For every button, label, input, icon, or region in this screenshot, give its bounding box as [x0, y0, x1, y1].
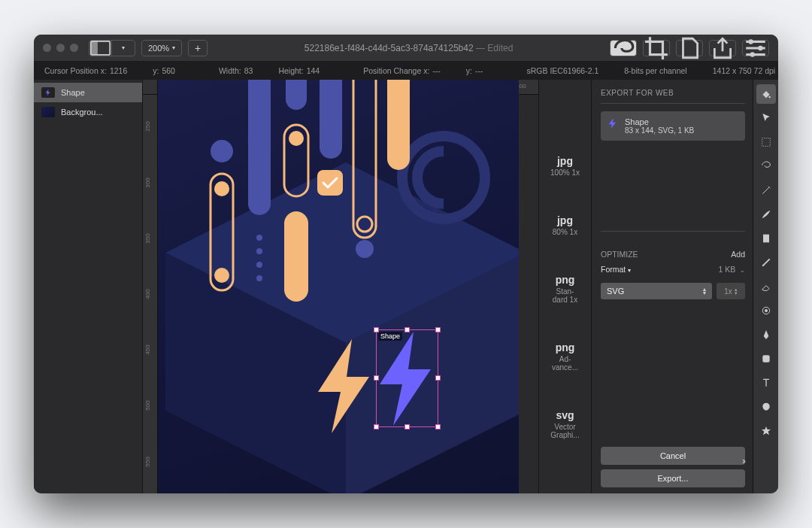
traffic-lights [43, 44, 78, 52]
export-button[interactable]: Export... [601, 469, 745, 487]
svg-rect-21 [286, 80, 307, 110]
cursor-x-label: Cursor Position x: [44, 66, 107, 75]
zoom-value: 200% [148, 44, 169, 53]
scale-select[interactable]: 1x ▴▾ [717, 283, 745, 299]
card-title: Shape [625, 117, 694, 126]
fill-icon[interactable] [756, 229, 776, 248]
ruler-corner [143, 80, 158, 95]
svg-point-12 [211, 140, 233, 162]
wand-icon[interactable] [756, 181, 776, 200]
toolbar-right [610, 40, 769, 56]
pen-icon[interactable] [756, 325, 776, 344]
shape-icon[interactable] [756, 349, 776, 369]
view-segment[interactable]: ▾ [89, 40, 135, 56]
layer-background[interactable]: Backgrou... [34, 102, 142, 122]
handle-br[interactable] [435, 424, 441, 429]
divider [601, 103, 745, 104]
layers-sidebar: Shape Backgrou... [34, 80, 143, 493]
svg-point-16 [256, 262, 262, 268]
cancel-button[interactable]: Cancel [601, 447, 745, 465]
file-size: 1 KB ⌄ [718, 265, 745, 274]
selection-box[interactable]: Shape [376, 329, 438, 427]
format-label[interactable]: Format [601, 265, 626, 274]
sidebar-toggle-icon[interactable] [89, 41, 112, 56]
handle-mr[interactable] [435, 375, 441, 381]
optimize-header: OPTIMIZE [601, 250, 638, 259]
tool-strip [753, 80, 778, 493]
titlebar: ▾ 200% ▾ + 522186e1-f484-c44d-5ac3-874a7… [34, 35, 778, 62]
share-button[interactable] [709, 40, 736, 56]
close-dot[interactable] [43, 44, 51, 52]
artwork-svg [158, 80, 519, 493]
width-value: 83 [244, 66, 253, 75]
expand-icon[interactable]: ›› [742, 456, 744, 466]
ruler-vertical: 250 300 350 400 450 500 550 [143, 95, 158, 493]
handle-ml[interactable] [374, 375, 379, 381]
handle-bm[interactable] [404, 424, 410, 429]
swirl-icon[interactable] [756, 301, 776, 320]
add-button[interactable]: + [188, 40, 208, 56]
panel-header: EXPORT FOR WEB [601, 89, 745, 97]
format-row: Format ▾ 1 KB ⌄ [601, 265, 745, 274]
blob-icon[interactable] [756, 397, 776, 417]
document-title: 522186e1-f484-c44d-5ac3-874a74125b42 — E… [214, 43, 604, 53]
svg-point-28 [768, 96, 771, 99]
export-previews: jpg100% 1x jpg80% 1x pngStan- dard 1x pn… [538, 80, 591, 493]
svg-rect-1 [91, 41, 98, 54]
handle-bl[interactable] [374, 424, 379, 429]
handle-tl[interactable] [374, 327, 379, 332]
minimize-dot[interactable] [56, 44, 65, 52]
svg-point-3 [758, 45, 762, 50]
handle-tr[interactable] [435, 327, 441, 332]
format-value: SVG [607, 287, 624, 296]
canvas-viewport[interactable]: 850 900 950 1000 1050 1100 1150 1200 125… [143, 80, 538, 493]
text-icon[interactable] [756, 373, 776, 393]
height-value: 144 [307, 66, 320, 75]
svg-rect-20 [284, 211, 308, 302]
divider [601, 231, 745, 232]
view-chevron-icon[interactable]: ▾ [112, 41, 135, 56]
brush-icon[interactable] [756, 205, 776, 224]
layer-shape[interactable]: Shape [34, 83, 142, 102]
chevron-down-icon[interactable]: ⌄ [740, 267, 745, 274]
export-preset[interactable]: pngAd- vance... [552, 341, 578, 372]
format-controls: SVG ▴▾ 1x ▴▾ [601, 283, 745, 299]
crop-tool-button[interactable] [643, 40, 670, 56]
export-preset[interactable]: pngStan- dard 1x [553, 274, 577, 304]
paint-bucket-icon[interactable] [756, 84, 776, 104]
poschg-x-label: Position Change x: [363, 66, 429, 75]
handle-tm[interactable] [404, 327, 410, 332]
marquee-icon[interactable] [756, 132, 776, 152]
chevron-down-icon: ▾ [172, 44, 175, 51]
card-subtitle: 83 x 144, SVG, 1 KB [625, 126, 694, 135]
export-card[interactable]: Shape 83 x 144, SVG, 1 KB [601, 111, 745, 141]
lasso-tool-button[interactable] [610, 40, 637, 56]
eraser-icon[interactable] [756, 277, 776, 296]
settings-button[interactable] [742, 40, 769, 56]
export-preset[interactable]: jpg100% 1x [550, 155, 580, 177]
selection-label: Shape [378, 332, 402, 341]
edited-label: — Edited [476, 43, 513, 53]
export-preset[interactable]: svgVector Graphi... [550, 409, 579, 439]
scale-value: 1x [724, 287, 732, 296]
zoom-dropdown[interactable]: 200% ▾ [141, 40, 182, 56]
arrow-cursor-icon[interactable] [756, 108, 776, 128]
add-link[interactable]: Add [731, 250, 745, 259]
document-tool-button[interactable] [676, 40, 703, 56]
poschg-x: --- [432, 66, 441, 75]
optimize-row: OPTIMIZE Add [601, 250, 745, 259]
canvas-dims: 1412 x 750 72 dpi [713, 66, 776, 75]
canvas-art: Shape [158, 80, 519, 493]
stepper-icon: ▴▾ [703, 287, 706, 295]
svg-point-15 [256, 248, 262, 254]
lasso-icon[interactable] [756, 156, 776, 176]
color-profile: sRGB IEC61966-2.1 [527, 66, 599, 75]
svg-point-19 [289, 131, 304, 146]
star-icon[interactable] [756, 421, 776, 441]
app-window: ▾ 200% ▾ + 522186e1-f484-c44d-5ac3-874a7… [34, 35, 778, 493]
format-select[interactable]: SVG ▴▾ [601, 283, 712, 299]
export-preset[interactable]: jpg80% 1x [553, 214, 577, 236]
zoom-dot[interactable] [70, 44, 78, 52]
poschg-y-label: y: [466, 66, 472, 75]
pencil-icon[interactable] [756, 253, 776, 272]
